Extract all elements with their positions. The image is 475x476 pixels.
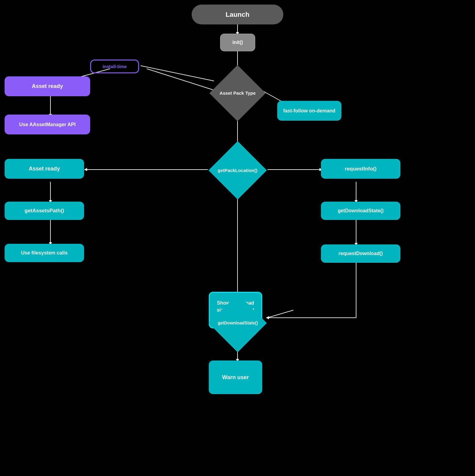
asset-ready-teal-label: Asset ready xyxy=(29,166,60,172)
get-download-state-center-diamond: getDownloadState() xyxy=(196,299,279,347)
use-aasset-manager-label: Use AAssetManager API xyxy=(19,122,76,127)
get-assets-path-label: getAssetsPath() xyxy=(24,208,64,214)
install-time-node: install-time xyxy=(90,60,139,73)
use-aasset-manager-node: Use AAssetManager API xyxy=(5,115,90,134)
request-download-node: requestDownload() xyxy=(321,244,400,263)
asset-ready-purple-top: Asset ready xyxy=(5,76,90,96)
use-filesystem-calls-label: Use filesystem calls xyxy=(21,250,68,256)
launch-label: Launch xyxy=(226,11,249,19)
get-download-state-center-label: getDownloadState() xyxy=(217,320,257,326)
request-download-label: requestDownload() xyxy=(339,251,383,256)
get-download-state-right-node: getDownloadState() xyxy=(321,202,400,220)
fast-follow-node: fast-follow on-demand xyxy=(277,101,341,121)
install-time-label: install-time xyxy=(102,64,127,69)
fast-follow-label: fast-follow on-demand xyxy=(283,108,336,114)
warn-user-node: Warn user xyxy=(209,361,262,394)
get-download-state-right-label: getDownloadState() xyxy=(338,208,384,214)
warn-user-label: Warn user xyxy=(222,374,249,381)
init-label: init() xyxy=(232,40,243,45)
asset-ready-purple-top-label: Asset ready xyxy=(32,83,63,90)
request-info-node: requestInfo() xyxy=(321,159,400,179)
request-info-label: requestInfo() xyxy=(345,166,377,172)
get-assets-path-node: getAssetsPath() xyxy=(5,202,84,220)
asset-pack-type-diamond: Asset Pack Type xyxy=(196,70,279,116)
use-filesystem-calls-node: Use filesystem calls xyxy=(5,244,84,262)
init-node: init() xyxy=(220,34,255,51)
asset-pack-type-label: Asset Pack Type xyxy=(219,90,256,96)
launch-node: Launch xyxy=(192,5,283,24)
get-pack-location-diamond: getPackLocation() xyxy=(196,147,279,194)
svg-marker-13 xyxy=(84,168,87,171)
asset-ready-teal: Asset ready xyxy=(5,159,84,179)
get-pack-location-label: getPackLocation() xyxy=(218,167,257,174)
